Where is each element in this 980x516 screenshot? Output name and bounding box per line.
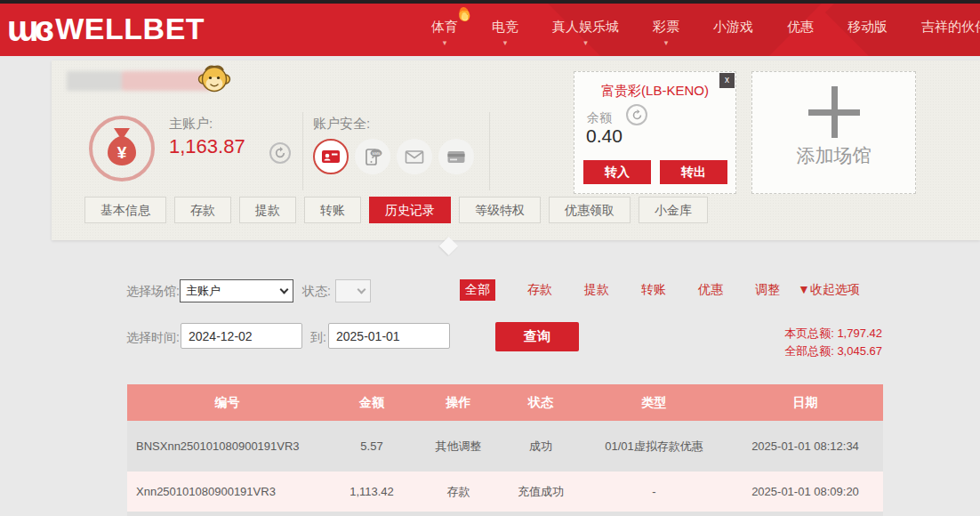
cell-status: 充值成功 <box>501 472 581 512</box>
site-header: ɯɞ WELLBET 体育▾电竞▾真人娱乐城▾彩票▾小游戏优惠移动版吉祥的伙伴 <box>0 4 980 56</box>
nav-item-小游戏[interactable]: 小游戏 <box>713 19 753 47</box>
cell-id: BNSXnn250101080900191VR3 <box>127 421 327 472</box>
bank-card-icon[interactable] <box>438 139 474 174</box>
category-优惠[interactable]: 优惠 <box>698 282 723 298</box>
category-转账[interactable]: 转账 <box>641 282 666 298</box>
tab-优惠领取[interactable]: 优惠领取 <box>549 197 631 223</box>
page-total: 本页总额: 1,797.42 <box>784 325 882 343</box>
refresh-venue-balance-button[interactable] <box>626 104 647 125</box>
id-card-icon[interactable] <box>313 139 349 174</box>
tab-基本信息[interactable]: 基本信息 <box>84 197 166 223</box>
time-select-label: 选择时间: <box>126 330 180 346</box>
cell-date: 2025-01-01 08:12:34 <box>727 421 883 472</box>
tab-转账[interactable]: 转账 <box>304 197 361 223</box>
status-select-label: 状态: <box>302 284 331 300</box>
nav-item-彩票[interactable]: 彩票▾ <box>653 19 679 47</box>
nav-item-label: 真人娱乐城 <box>552 19 619 34</box>
nav-item-label: 电竞 <box>492 19 518 34</box>
main-wallet-icon: ¥ <box>89 116 155 181</box>
page-total-label: 本页总额: <box>784 327 834 340</box>
account-security-label: 账户安全: <box>313 116 370 133</box>
svg-text:SMS: SMS <box>372 151 381 156</box>
svg-text:¥: ¥ <box>117 143 127 162</box>
email-icon[interactable] <box>397 139 432 174</box>
table-row: Xnn250101080900191VR31,113.42存款充值成功-2025… <box>127 472 883 512</box>
chevron-down-icon <box>921 38 980 47</box>
add-venue-label: 添加场馆 <box>752 143 915 168</box>
col-header-编号: 编号 <box>127 384 327 421</box>
nav-item-label: 体育 <box>431 19 458 34</box>
venue-balance-value: 0.40 <box>586 125 623 147</box>
wellbet-logo-text: WELLBET <box>55 12 205 46</box>
main-nav: 体育▾电竞▾真人娱乐城▾彩票▾小游戏优惠移动版吉祥的伙伴 <box>431 19 980 47</box>
nav-item-label: 优惠 <box>787 19 814 34</box>
chevron-down-icon <box>357 285 366 294</box>
divider <box>302 112 303 190</box>
nav-item-吉祥的伙伴[interactable]: 吉祥的伙伴 <box>921 19 980 47</box>
nav-item-移动版[interactable]: 移动版 <box>847 19 888 47</box>
category-调整[interactable]: 调整 <box>755 282 780 298</box>
chevron-down-icon: ▾ <box>552 38 619 47</box>
account-card: ¥ 主账户: 1,163.87 账户安全: <box>52 60 980 240</box>
nav-item-体育[interactable]: 体育▾ <box>431 19 458 47</box>
venue-select[interactable]: 主账户 <box>180 279 293 302</box>
tab-小金库[interactable]: 小金库 <box>639 197 708 223</box>
col-header-操作: 操作 <box>416 384 501 421</box>
col-header-金额: 金额 <box>327 384 416 421</box>
security-icons: SMS <box>313 139 474 174</box>
transfer-in-button[interactable]: 转入 <box>583 160 651 184</box>
nav-item-label: 吉祥的伙伴 <box>921 19 980 34</box>
nav-item-电竞[interactable]: 电竞▾ <box>492 19 518 47</box>
nav-item-label: 小游戏 <box>713 19 753 34</box>
totals: 本页总额: 1,797.42 全部总额: 3,045.67 <box>784 325 882 360</box>
chevron-down-icon: ▾ <box>492 38 518 47</box>
tab-存款[interactable]: 存款 <box>174 197 231 223</box>
nav-item-真人娱乐城[interactable]: 真人娱乐城▾ <box>552 19 619 47</box>
monkey-avatar-icon <box>197 62 231 98</box>
plus-icon <box>808 86 860 138</box>
refresh-balance-button[interactable] <box>269 142 291 164</box>
phone-sms-icon[interactable]: SMS <box>355 139 390 174</box>
date-from-input[interactable] <box>181 323 302 349</box>
nav-item-label: 彩票 <box>653 19 679 34</box>
tab-历史记录[interactable]: 历史记录 <box>369 197 451 223</box>
wellbet-logo[interactable]: ɯɞ WELLBET <box>7 9 205 48</box>
main-account-label: 主账户: <box>169 116 213 133</box>
divider <box>489 112 490 190</box>
add-venue-button[interactable]: 添加场馆 <box>751 71 916 194</box>
col-header-状态: 状态 <box>501 384 581 421</box>
category-全部[interactable]: 全部 <box>460 279 495 301</box>
main-account-balance: 1,163.87 <box>169 135 245 158</box>
chevron-down-icon <box>847 38 888 47</box>
wellbet-logo-mark-icon: ɯɞ <box>7 9 50 48</box>
transfer-out-button[interactable]: 转出 <box>660 160 727 184</box>
cell-amount: 1,113.42 <box>327 472 416 512</box>
category-存款[interactable]: 存款 <box>527 282 552 298</box>
tab-等级特权[interactable]: 等级特权 <box>459 197 541 223</box>
cell-id: Xnn250101080900191VR3 <box>127 472 327 512</box>
chevron-down-icon: ▾ <box>653 38 679 47</box>
category-提款[interactable]: 提款 <box>584 282 609 298</box>
chevron-down-icon <box>713 38 753 47</box>
venue-balance-label: 余额 <box>587 110 612 126</box>
history-table: 编号金额操作状态类型日期 BNSXnn250101080900191VR35.5… <box>127 384 883 512</box>
history-table-wrap: 编号金额操作状态类型日期 BNSXnn250101080900191VR35.5… <box>127 384 883 516</box>
category-filters: 全部存款提款转账优惠调整 <box>460 279 780 301</box>
collapse-options-link[interactable]: ▼收起选项 <box>798 282 860 298</box>
status-select[interactable] <box>335 279 371 302</box>
query-button[interactable]: 查询 <box>495 322 579 351</box>
col-header-类型: 类型 <box>581 384 727 421</box>
date-to-input[interactable] <box>328 323 450 349</box>
hot-flame-icon <box>458 6 471 22</box>
all-total-value: 3,045.67 <box>837 344 882 358</box>
chevron-down-icon <box>280 285 289 294</box>
col-header-日期: 日期 <box>727 384 883 421</box>
username-redacted <box>67 71 211 91</box>
cell-date: 2025-01-01 08:09:20 <box>727 472 883 512</box>
chevron-down-icon <box>787 38 814 47</box>
nav-item-label: 移动版 <box>847 19 888 34</box>
all-total: 全部总额: 3,045.67 <box>784 343 882 360</box>
tab-提款[interactable]: 提款 <box>239 197 296 223</box>
account-tabs: 基本信息存款提款转账历史记录等级特权优惠领取小金库 <box>84 197 708 223</box>
nav-item-优惠[interactable]: 优惠 <box>787 19 814 47</box>
